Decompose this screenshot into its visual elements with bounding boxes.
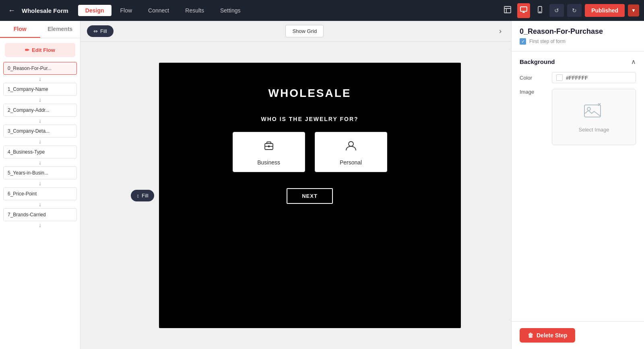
flow-arrow-3: ↓ — [3, 138, 77, 145]
flow-arrow-0: ↓ — [3, 76, 77, 82]
svg-point-3 — [540, 11, 541, 12]
flow-arrow-1: ↓ — [3, 96, 77, 103]
published-caret-button[interactable]: ▼ — [628, 4, 639, 16]
tab-results[interactable]: Results — [178, 5, 211, 16]
flow-arrow-5: ↓ — [3, 180, 77, 187]
nav-tabs: Design Flow Connect Results Settings — [78, 5, 498, 16]
undo-button[interactable]: ↺ — [549, 4, 564, 17]
flow-item-0[interactable]: 0_Reason-For-Pur... — [3, 62, 77, 75]
canvas-wrapper: ↕ Fill WHOLESALE WHO IS THE JEWELRY FOR? — [80, 42, 511, 349]
flow-arrow-2: ↓ — [3, 117, 77, 124]
canvas-toolbar: ⇔ Fill Show Grid › — [80, 21, 511, 42]
view-fullscreen-button[interactable] — [501, 3, 514, 18]
flow-arrow-6: ↓ — [3, 201, 77, 207]
sidebar-tabs: Flow Elements — [0, 21, 80, 38]
svg-rect-7 — [584, 105, 601, 117]
step-title: 0_Reason-For-Purchase — [520, 27, 636, 36]
flow-item-1[interactable]: 1_Company-Name — [3, 83, 77, 96]
tab-settings[interactable]: Settings — [213, 5, 248, 16]
color-prop-row: Color #FFFFFF — [520, 72, 636, 83]
select-image-label: Select Image — [579, 127, 609, 133]
right-panel: 0_Reason-For-Purchase ✓ First step of fo… — [511, 21, 644, 349]
image-label: Image — [520, 89, 552, 95]
sidebar-tab-elements[interactable]: Elements — [40, 21, 80, 38]
sidebar-tab-flow[interactable]: Flow — [0, 21, 40, 38]
flow-item-5[interactable]: 5_Years-in-Busin... — [3, 166, 77, 179]
flow-list: 0_Reason-For-Pur... ↓ 1_Company-Name ↓ 2… — [0, 62, 80, 349]
preview-next-button[interactable]: NEXT — [287, 188, 333, 204]
view-mobile-button[interactable] — [533, 3, 546, 18]
top-bar: ← Wholesale Form Design Flow Connect Res… — [0, 0, 644, 21]
svg-point-6 — [349, 142, 353, 146]
fill-label-left: Fill — [142, 193, 149, 199]
preview-option-personal[interactable]: Personal — [315, 132, 387, 172]
redo-button[interactable]: ↻ — [567, 4, 582, 17]
edit-flow-icon: ✏ — [25, 47, 29, 53]
main-layout: Flow Elements ✏ Edit Flow 0_Reason-For-P… — [0, 21, 644, 349]
fill-label-top: Fill — [100, 28, 107, 34]
trash-icon: 🗑 — [528, 332, 533, 339]
svg-point-8 — [587, 107, 590, 111]
edit-flow-button[interactable]: ✏ Edit Flow — [5, 43, 75, 57]
flow-item-7[interactable]: 7_Brands-Carried — [3, 208, 77, 221]
color-value: #FFFFFF — [566, 75, 588, 81]
section-header-background: Background ∧ — [520, 58, 636, 66]
preview-title: WHOLESALE — [268, 87, 351, 100]
preview-options: Business Personal — [233, 132, 387, 172]
image-prop-row: Image Select Image — [520, 89, 636, 145]
published-button[interactable]: Published — [585, 4, 625, 17]
edit-flow-label: Edit Flow — [32, 47, 55, 53]
tab-connect[interactable]: Connect — [141, 5, 176, 16]
fill-button-top[interactable]: ⇔ Fill — [87, 25, 114, 37]
fill-icon-left: ↕ — [136, 193, 139, 199]
app-title: Wholesale Form — [22, 7, 68, 14]
color-label: Color — [520, 75, 552, 81]
back-button[interactable]: ← — [5, 5, 19, 16]
image-upload-area[interactable]: Select Image — [552, 89, 636, 145]
svg-rect-1 — [520, 7, 527, 11]
canvas-nav-right[interactable]: › — [496, 25, 505, 37]
fill-icon-top: ⇔ — [93, 28, 98, 34]
delete-step-button[interactable]: 🗑 Delete Step — [520, 328, 575, 343]
section-title-background: Background — [520, 58, 555, 65]
preview-option-business[interactable]: Business — [233, 132, 305, 172]
option-business-label: Business — [257, 159, 280, 166]
image-placeholder-icon — [583, 102, 605, 123]
flow-arrow-4: ↓ — [3, 159, 77, 166]
flow-item-4[interactable]: 4_Business-Type — [3, 146, 77, 158]
first-step-row: ✓ First step of form — [520, 38, 636, 45]
right-panel-footer: 🗑 Delete Step — [512, 321, 644, 349]
flow-item-6[interactable]: 6_Price-Point — [3, 187, 77, 200]
person-icon — [344, 138, 358, 154]
canvas-preview: WHOLESALE WHO IS THE JEWELRY FOR? Bu — [159, 63, 461, 328]
delete-step-label: Delete Step — [537, 332, 567, 339]
briefcase-icon — [262, 138, 276, 154]
right-panel-header: 0_Reason-For-Purchase ✓ First step of fo… — [512, 21, 644, 51]
color-swatch — [556, 74, 563, 81]
background-section: Background ∧ Color #FFFFFF Image — [512, 51, 644, 157]
left-sidebar: Flow Elements ✏ Edit Flow 0_Reason-For-P… — [0, 21, 80, 349]
top-bar-right: ↺ ↻ Published ▼ — [501, 3, 639, 18]
tab-flow[interactable]: Flow — [113, 5, 140, 16]
color-input[interactable]: #FFFFFF — [552, 72, 636, 83]
flow-item-2[interactable]: 2_Company-Addr... — [3, 104, 77, 117]
preview-question: WHO IS THE JEWELRY FOR? — [261, 116, 359, 122]
svg-rect-0 — [504, 6, 511, 13]
svg-point-5 — [268, 146, 269, 147]
background-collapse-button[interactable]: ∧ — [631, 58, 636, 66]
first-step-checkbox[interactable]: ✓ — [520, 38, 526, 45]
show-grid-button[interactable]: Show Grid — [285, 25, 324, 37]
canvas-area: ⇔ Fill Show Grid › ↕ Fill WHOLESALE WHO … — [80, 21, 511, 349]
flow-item-3[interactable]: 3_Company-Deta... — [3, 125, 77, 138]
first-step-label: First step of form — [529, 39, 566, 44]
tab-design[interactable]: Design — [78, 5, 111, 16]
view-desktop-button[interactable] — [517, 3, 530, 18]
option-personal-label: Personal — [340, 159, 362, 166]
fill-button-left[interactable]: ↕ Fill — [131, 190, 154, 201]
flow-arrow-7: ↓ — [3, 222, 77, 228]
